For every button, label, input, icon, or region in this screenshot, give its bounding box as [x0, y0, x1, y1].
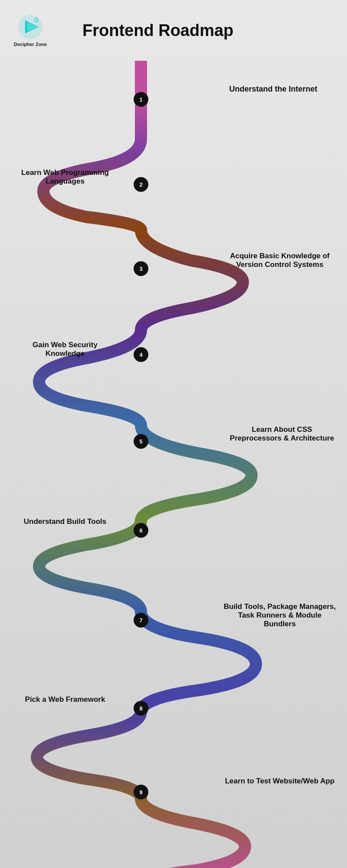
page-title: Frontend Roadmap: [82, 21, 233, 40]
step-label-7: Build Tools, Package Managers, Task Runn…: [221, 602, 338, 628]
roadmap: 1 Understand the Internet 2 Learn Web Pr…: [0, 61, 347, 95]
logo-icon: [17, 14, 43, 40]
step-label-4: Gain Web Security Knowledge: [13, 341, 117, 358]
step-label-6: Understand Build Tools: [13, 517, 117, 526]
logo-text: Decipher Zone: [14, 42, 47, 47]
step-circle-8: 8: [134, 701, 148, 716]
step-circle-2: 2: [134, 177, 148, 192]
step-circle-4: 4: [134, 347, 148, 362]
step-circle-9: 9: [134, 785, 148, 799]
step-label-5: Learn About CSS Preprocessors & Architec…: [226, 425, 338, 443]
logo: Decipher Zone: [13, 9, 48, 52]
step-circle-3: 3: [134, 261, 148, 276]
step-label-9: Learn to Test Website/Web App: [223, 777, 336, 786]
step-circle-6: 6: [134, 523, 148, 538]
header: Decipher Zone Frontend Roadmap: [0, 0, 347, 61]
step-circle-5: 5: [134, 434, 148, 449]
step-label-3: Acquire Basic Knowledge of Version Contr…: [221, 252, 338, 269]
step-circle-7: 7: [134, 613, 148, 628]
step-label-1: Understand the Internet: [217, 85, 330, 94]
step-label-2: Learn Web Programming Languages: [13, 168, 117, 186]
step-circle-1: 1: [134, 92, 148, 107]
step-label-8: Pick a Web Framework: [13, 695, 117, 704]
